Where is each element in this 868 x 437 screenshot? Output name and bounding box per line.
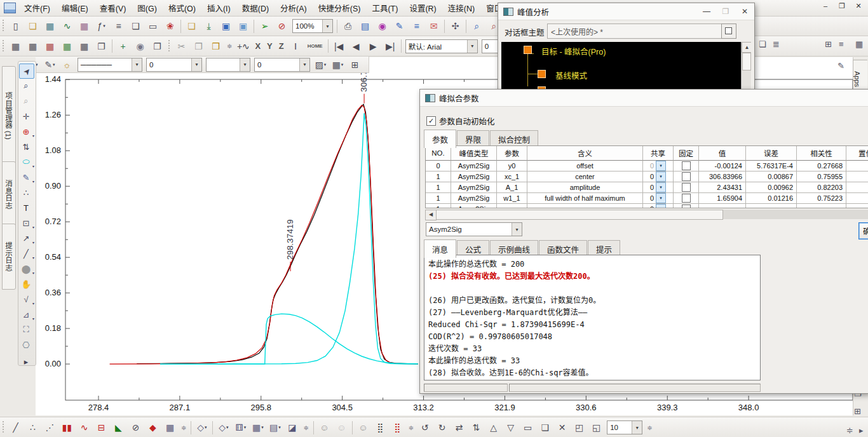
tree-item-label[interactable]: 目标 - 峰拟合(Pro) [541,45,606,57]
table-row[interactable]: 1Asym2Sigw1_1full width of half maximum0… [426,193,868,204]
tilt-right-button[interactable]: ⇅ [468,420,484,436]
cut-button[interactable]: ✂ [173,38,189,54]
tree-scrollbar[interactable]: ▲ [741,42,751,90]
menu-8[interactable]: 分析(A) [275,0,313,17]
copy-page-button[interactable]: ❐ [93,38,109,54]
new-notes-button[interactable]: ≡ [111,18,126,34]
ortho-button[interactable]: ◱ [588,420,604,436]
line-width-combo[interactable]: 0▾ [146,58,202,72]
menu-4[interactable]: 图(G) [132,0,163,17]
plot-box-button[interactable]: ⊟ [93,420,109,436]
chevron-down-icon[interactable]: ▾ [132,58,142,71]
append-sheet-button[interactable]: ▦ [8,38,24,54]
toolbar-grip[interactable] [168,40,171,53]
theme-input[interactable]: <上次使用的> * [547,24,724,39]
plot-polar-button[interactable]: ⊘ [128,420,144,436]
share-dropdown-icon[interactable]: ▾ [656,161,666,171]
new-workbook-button[interactable]: ▦ [42,18,58,34]
sidebar-tab-3[interactable]: 提示日志 [2,224,16,290]
plot-area-button[interactable]: ◣ [111,420,126,436]
hatch-button[interactable]: ▨▾ [313,57,329,72]
chevron-down-icon[interactable]: ▾ [240,58,250,71]
new-3d-button[interactable]: ❀ [162,18,178,34]
plot-stock-button[interactable]: ◆ [145,420,161,436]
table-row[interactable]: 1Asym2Sig0▾ [426,204,868,208]
plot-3d-scatter-button[interactable]: ⚅▾ [233,420,248,436]
scroll-thumb[interactable] [436,210,723,220]
move-sheet-button[interactable]: ▦ [59,38,75,54]
auto-init-checkbox[interactable]: ✓ [426,116,436,126]
table-row[interactable]: 0Asym2Sigy0offset0▾-0.001245.76317E-40.2… [426,161,868,171]
peak-analysis-titlebar[interactable]: 峰值分析 —❐✕ [498,3,754,20]
symbol-combo[interactable]: ▾ [206,58,250,72]
sidebar-tab-1[interactable]: 项目管理器 (1) [2,66,16,165]
dialog-close-button[interactable]: ✕ [735,5,754,18]
fixed-checkbox[interactable] [682,194,691,203]
theme-panel-button[interactable] [721,24,736,39]
menu-10[interactable]: 工具(T) [366,0,403,17]
data-reader-tool[interactable]: ⊕▾ [19,124,33,138]
merge-button[interactable]: ◉ [132,38,148,54]
sidebar-tab-2[interactable]: 消息日志 [2,161,16,227]
circle-tool[interactable]: ⬤▾ [19,262,33,276]
line-tool[interactable]: ╱▾ [19,246,33,260]
axis-y-button[interactable]: Y [264,41,276,51]
plot-image-button[interactable]: ◪ [284,420,300,436]
fixed-checkbox[interactable] [682,205,691,208]
chevron-down-icon[interactable]: ▾ [467,40,477,53]
perspective-button[interactable]: ◰ [571,420,587,436]
reset-rotation-button[interactable]: ✕ [554,420,570,436]
fixed-checkbox[interactable] [682,172,691,181]
menu-7[interactable]: 数据(D) [236,0,275,17]
stop-button[interactable]: ⊘ [274,18,290,34]
copy-button[interactable]: ❐ [191,38,207,54]
toolbar-grip[interactable] [2,20,5,32]
chevron-down-icon[interactable]: ▾ [299,58,309,71]
toolbar-overflow-handle[interactable]: ≑ [409,424,414,431]
plot-line-symbol-button[interactable]: ⋰ [42,420,58,436]
rotate-ccw-button[interactable]: ↺ [417,420,433,436]
print-preview-button[interactable]: ▤ [357,18,373,34]
zoom-combo[interactable]: 100%▾ [292,19,333,33]
symbol-size-combo[interactable]: 0▾ [254,58,310,72]
first-button[interactable]: |◀ [331,38,347,54]
unmask-range-button[interactable]: ☺ [334,420,349,436]
float-list-icon[interactable]: ≣ [773,39,780,49]
increase-angle-button[interactable]: △ [485,420,501,436]
screen-reader-tool[interactable]: ✛ [19,109,33,123]
dock-sheet-icon[interactable]: ▦ [855,39,863,49]
mask-range-button[interactable]: ☺ [316,420,332,436]
last-button[interactable]: ▶| [383,38,398,54]
insert-graph-tool[interactable]: ⊿▾ [19,307,33,321]
new-layout-button[interactable]: ❏ [128,18,144,34]
mask-brush-tool[interactable]: ⬭▾ [19,155,33,169]
import-wizard-button[interactable]: ⤓ [201,18,217,34]
menu-9[interactable]: 快捷分析(S) [313,0,367,17]
next-button[interactable]: ▶ [365,38,381,54]
expand-button[interactable]: ❏ [537,420,553,436]
tree-node-icon[interactable] [524,46,532,54]
chevron-down-icon[interactable]: ▾ [322,20,332,32]
mask-points-button[interactable]: ☺ [355,420,371,436]
mask-disable-button[interactable]: ⣿ [390,420,405,436]
refresh-button[interactable]: ◉ [374,18,390,34]
expand-dock-icon[interactable]: ▸ [859,426,864,435]
run-script-button[interactable]: ➢ [257,18,273,34]
previous-button[interactable]: ◀ [348,38,364,54]
dock-lines-icon[interactable]: ≡ [839,39,844,49]
plot-3d-bars-button[interactable]: ◇▾ [194,420,210,436]
menu-11[interactable]: 设置(R) [403,0,442,17]
pan-tool[interactable]: ✋ [19,277,33,291]
column-format-button[interactable]: Ⅰ [288,38,304,54]
open-folder-button[interactable]: ❏ [25,18,41,34]
table-row[interactable]: 1Asym2Sigxc_1center0▾306.839660.008670.7… [426,171,868,182]
highlight-button[interactable]: ☼ [59,57,75,72]
apps-panel-icon[interactable]: ✎ [837,61,844,71]
close-button[interactable]: ✕ [853,2,864,10]
bottom-tab-1[interactable]: 消息 [424,239,456,258]
paste-button[interactable]: ❒ [208,38,224,54]
fixed-checkbox[interactable] [682,183,691,192]
add-curve-button[interactable]: +∿ [235,38,251,54]
text-tool[interactable]: T [19,201,33,215]
new-matrix-button[interactable]: ▦ [76,18,92,34]
